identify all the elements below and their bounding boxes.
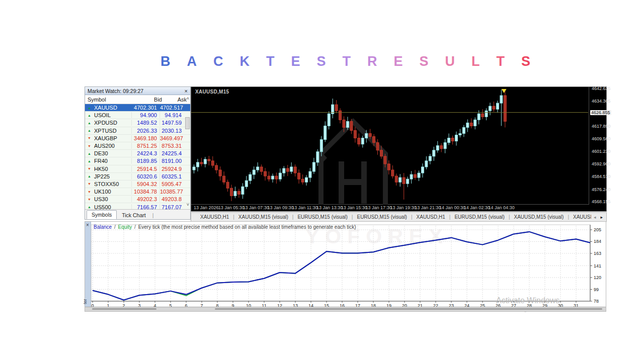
up-arrow-icon: ▲ — [88, 159, 92, 163]
column-header-ask[interactable]: Ask — [165, 97, 188, 103]
symbol-name: HK50 — [94, 166, 108, 172]
time-tick-label: 13 Jan 15:30 — [341, 205, 367, 210]
table-row[interactable]: ▲DE3024224.324225.4 — [85, 150, 190, 157]
bid-value: 25914.5 — [131, 166, 159, 172]
table-row[interactable]: ▼HK5025914.525924.9 — [85, 165, 190, 173]
title-letter: S — [521, 54, 530, 69]
down-arrow-icon: ▼ — [88, 182, 92, 186]
symbol-name: FR40 — [94, 158, 108, 164]
title-letter: T — [497, 54, 505, 69]
svg-text:99: 99 — [594, 287, 599, 292]
scrollbar-segment[interactable] — [215, 308, 602, 310]
table-row[interactable]: ▲XAUUSD4702.3014702.517 — [85, 104, 190, 112]
ask-value: 2030.13 — [159, 128, 184, 134]
tab-symbols[interactable]: Symbols — [87, 210, 117, 219]
title-letter: L — [471, 54, 480, 69]
market-watch-header: Symbol Bid Ask ˄ — [85, 95, 190, 104]
tester-panel: × ter YOFOREX 01234567891011121314151617… — [85, 221, 606, 312]
symbol-name: UK100 — [94, 189, 111, 195]
chart-tab[interactable]: XAUUSD,H1 — [196, 214, 233, 220]
chart-tab[interactable]: XAUUSD,M15 (visual) — [510, 214, 568, 220]
tab-tick-chart[interactable]: Tick Chart — [117, 211, 150, 219]
table-row[interactable]: ▲XPDUSD1489.521497.59 — [85, 119, 190, 127]
market-watch-title: Market Watch: 09:29:27 — [88, 88, 143, 94]
chart-tab[interactable]: EURUSD,M15 (visual) — [293, 214, 351, 220]
bid-value: 24224.3 — [131, 150, 159, 156]
title-letter: E — [393, 54, 403, 69]
market-watch-tabs: SymbolsTick Chart| — [85, 209, 190, 219]
tab-scroll-right-icon[interactable]: ▸ — [600, 215, 603, 220]
bid-value: 60320.6 — [131, 173, 159, 179]
table-row[interactable]: ▼STOXX505904.325905.47 — [85, 180, 190, 188]
time-tick-label: 13 Jan 2026 — [194, 205, 219, 210]
symbol-name: US30 — [94, 196, 108, 202]
svg-text:163: 163 — [594, 251, 601, 256]
table-row[interactable]: ▼UK10010384.7810385.77 — [85, 188, 190, 196]
chart-tab[interactable]: XAUUSD,H1 — [413, 214, 449, 220]
page-title: BACKTESTRESULTS — [85, 54, 606, 69]
table-row[interactable]: ▲USOIL94.90094.914 — [85, 112, 190, 119]
candles-svg — [191, 87, 589, 205]
time-axis[interactable]: 13 Jan 202613 Jan 05:3013 Jan 07:3013 Ja… — [191, 205, 589, 212]
chart-tab[interactable]: EURUSD,M15 (visual) — [353, 214, 411, 220]
bid-value: 5904.32 — [131, 181, 159, 187]
ask-value: 24225.4 — [159, 150, 184, 156]
down-arrow-icon: ▼ — [88, 136, 92, 140]
bid-value: 8751.25 — [131, 143, 159, 149]
horizontal-scrollbar[interactable] — [85, 307, 606, 311]
chart-tab[interactable]: EURUSD,M15 (visual) — [450, 214, 508, 220]
current-price-label: 4626.855 — [590, 110, 611, 115]
price-axis[interactable]: 4642.6354634.3054626.8554617.8904609.560… — [590, 87, 606, 205]
up-arrow-icon: ▲ — [88, 106, 92, 110]
column-header-symbol[interactable]: Symbol — [85, 97, 134, 103]
close-icon[interactable]: × — [86, 222, 89, 228]
svg-text:184: 184 — [594, 239, 601, 244]
ask-value: 5905.47 — [159, 181, 184, 187]
table-row[interactable]: ▼XAUGBP3469.1803469.497 — [85, 135, 190, 142]
up-arrow-icon: ▲ — [88, 174, 92, 178]
scroll-up-icon[interactable]: ˄ — [187, 96, 189, 101]
chart-symbol-label: XAUUSD,M15 — [195, 89, 229, 95]
bid-value: 3469.180 — [131, 135, 159, 141]
tab-scroll-left-icon[interactable]: ◂ — [594, 215, 596, 220]
ask-value: 10385.77 — [159, 189, 184, 195]
time-tick-label: 13 Jan 17:30 — [366, 205, 392, 210]
time-tick-label: 13 Jan 07:30 — [243, 205, 269, 210]
symbol-name: DE30 — [94, 150, 108, 156]
time-tick-label: 14 Jan 00:30 — [439, 205, 465, 210]
symbol-name: AUS200 — [94, 143, 115, 149]
ask-value: 94.914 — [159, 112, 184, 118]
svg-text:141: 141 — [594, 263, 601, 268]
time-tick-label: 13 Jan 05:30 — [218, 205, 245, 210]
column-header-bid[interactable]: Bid — [134, 97, 165, 103]
legend-separator: / — [133, 224, 137, 230]
title-letter: A — [187, 54, 197, 69]
ask-value: 25924.9 — [159, 166, 184, 172]
table-row[interactable]: ▼US3049202.349203.8 — [85, 196, 190, 203]
title-letter: T — [342, 54, 351, 69]
tester-tab-label[interactable]: ter — [83, 299, 88, 304]
candlestick-chart[interactable]: XAUUSD,M15 — [191, 87, 589, 205]
down-arrow-icon: ▼ — [88, 190, 92, 194]
activate-windows-line1: Activate Windows — [496, 296, 580, 305]
close-icon[interactable]: × — [185, 88, 188, 94]
title-letter: E — [291, 54, 300, 69]
table-row[interactable]: ▼AUS2008751.258753.31 — [85, 142, 190, 150]
price-tick-label: 4576.240 — [592, 187, 611, 192]
price-tick-label: 4634.305 — [592, 99, 611, 104]
title-letter: S — [420, 54, 429, 69]
up-arrow-icon: ▲ — [88, 152, 92, 155]
down-arrow-icon: ▼ — [88, 167, 92, 170]
bid-value: 49202.3 — [131, 196, 159, 202]
market-watch-panel: Market Watch: 09:29:27 × Symbol Bid Ask … — [85, 86, 191, 220]
bid-value: 10384.78 — [131, 189, 159, 195]
ask-value: 60325.1 — [159, 173, 184, 179]
scroll-down-icon[interactable]: ˅ — [187, 202, 189, 207]
title-letter: T — [266, 54, 275, 69]
table-row[interactable]: ▲XPTUSD2026.332030.13 — [85, 127, 190, 135]
table-row[interactable]: ▲JP22560320.660325.1 — [85, 173, 190, 180]
table-row[interactable]: ▲FR408189.858191.00 — [85, 157, 190, 165]
chart-tab[interactable]: XAUUSD,M15 (visual) — [234, 214, 292, 220]
scrollbar-thumb[interactable] — [185, 117, 190, 129]
scrollbar-segment[interactable] — [92, 308, 156, 310]
